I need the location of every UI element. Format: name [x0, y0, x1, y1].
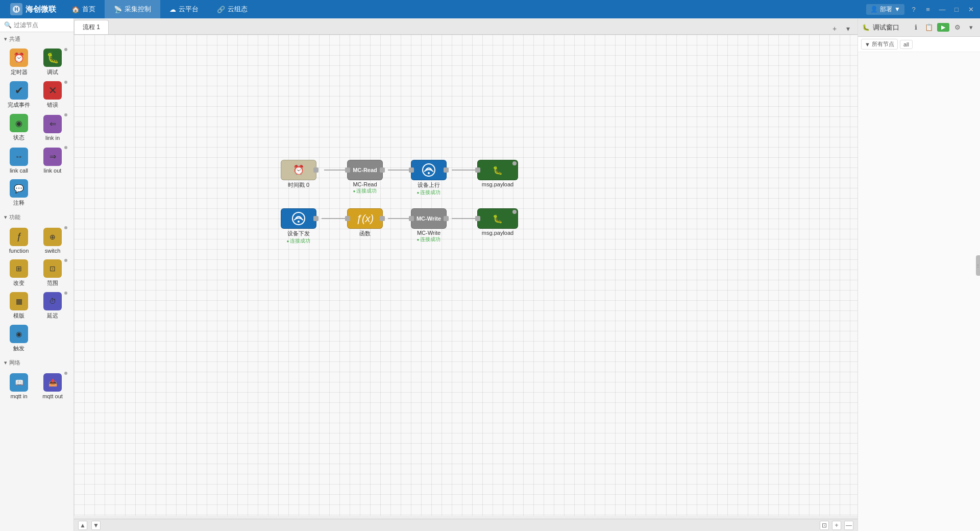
device-down-sublabel: 连接成功 [287, 237, 311, 245]
node-linkin[interactable]: ⇐ link in [37, 112, 68, 143]
svg-text:H: H [14, 7, 18, 12]
debug-icon: 🐛 [43, 49, 62, 67]
mqttin-label: mqtt in [10, 393, 27, 399]
add-tab-button[interactable]: + [829, 23, 840, 34]
range-icon: ⊡ [43, 259, 62, 278]
port-right [313, 216, 318, 221]
tab-bar: 流程 1 + ▾ [74, 18, 857, 35]
cloud-icon: ☁ [169, 6, 176, 13]
tab-menu-button[interactable]: ▾ [842, 23, 853, 34]
port-right [380, 216, 385, 221]
app-logo[interactable]: H 海创微联 [4, 0, 62, 18]
chevron-common: ▾ [4, 36, 7, 42]
zoom-in-button[interactable]: + [832, 521, 841, 530]
deploy-button[interactable]: ▶ [937, 23, 949, 32]
switch-label: switch [45, 248, 61, 254]
canvas-grid[interactable]: ⏰ 时间戳 0 MC-Read MC-Read 连接成功 [74, 35, 857, 519]
linkout-label: link out [44, 167, 62, 174]
nav-down-button[interactable]: ▼ [91, 521, 101, 530]
node-payload1[interactable]: 🐛 msg.payload [477, 160, 518, 187]
range-dot [64, 259, 67, 262]
func-label: 函数 [359, 230, 371, 237]
common-nodes: ⏰ 定时器 🐛 调试 ✔ 完成事件 ✕ 错误 ◉ 状态 ⇐ [0, 45, 74, 210]
status-label: 状态 [13, 134, 24, 141]
node-complete[interactable]: ✔ 完成事件 [3, 80, 35, 110]
change-icon: ⊞ [10, 259, 28, 278]
node-trigger[interactable]: ◉ 触发 [3, 323, 35, 354]
node-mcread[interactable]: MC-Read MC-Read 连接成功 [347, 160, 383, 195]
mqttout-dot [64, 372, 67, 375]
node-inject1[interactable]: ⏰ 时间戳 0 [281, 160, 316, 189]
help-button[interactable]: ? [909, 4, 919, 14]
node-mqttout[interactable]: 📤 mqtt out [37, 371, 68, 401]
node-comment[interactable]: 💬 注释 [3, 178, 35, 208]
copy-button[interactable]: 📋 [924, 22, 934, 33]
linkin-dot [64, 113, 67, 116]
section-func-text: 功能 [9, 213, 20, 221]
chevron-right-icon[interactable]: ▾ [966, 22, 976, 33]
node-linkcall[interactable]: ↔ link call [3, 145, 35, 176]
mcwrite-label: MC-Write [417, 230, 440, 236]
deploy-chevron: ▼ [894, 6, 900, 13]
nav-cloudstate[interactable]: 🔗 云组态 [208, 0, 257, 18]
debug-content [858, 52, 980, 531]
mqttout-icon: 📤 [43, 373, 62, 392]
node-change[interactable]: ⊞ 改变 [3, 258, 35, 288]
node-function[interactable]: ƒ function [3, 225, 35, 256]
node-range[interactable]: ⊡ 范围 [37, 258, 68, 288]
status-icon: ◉ [10, 114, 28, 132]
trigger-label: 触发 [13, 345, 24, 352]
maximize-button[interactable]: □ [951, 4, 962, 14]
nav-collect[interactable]: 📡 采集控制 [105, 0, 160, 18]
node-func[interactable]: ƒ(x) 函数 [347, 208, 383, 237]
node-switch[interactable]: ⊕ switch [37, 225, 68, 256]
filter-label: 所有节点 [872, 40, 894, 48]
menu-button[interactable]: ≡ [923, 4, 933, 14]
node-template[interactable]: ▦ 模版 [3, 291, 35, 321]
switch-icon: ⊕ [43, 228, 62, 246]
debug-dot [64, 48, 67, 51]
template-icon: ▦ [10, 292, 28, 310]
delay-dot [64, 292, 67, 295]
port-right [313, 167, 318, 173]
node-status[interactable]: ◉ 状态 [3, 112, 35, 143]
minimize-button[interactable]: — [937, 4, 947, 14]
node-delay[interactable]: ⏱ 延迟 [37, 291, 68, 321]
search-input[interactable] [14, 21, 69, 29]
node-debug[interactable]: 🐛 调试 [37, 47, 68, 78]
filter-button[interactable]: ▼ 所有节点 [861, 39, 898, 50]
search-icon: 🔍 [4, 21, 12, 29]
delay-label: 延迟 [47, 312, 58, 320]
node-mqttin[interactable]: 📖 mqtt in [3, 371, 35, 401]
info-button[interactable]: ℹ [911, 22, 921, 33]
right-panel-toolbar: ▼ 所有节点 all [858, 37, 980, 52]
right-edge-handle[interactable]: ⋮ [976, 255, 980, 276]
nav-up-button[interactable]: ▲ [78, 521, 87, 530]
zoom-out-button[interactable]: — [844, 521, 853, 530]
trigger-icon: ◉ [10, 325, 28, 343]
nav-items: 🏠 首页 📡 采集控制 ☁ 云平台 🔗 云组态 [62, 0, 866, 18]
node-device-up[interactable]: 设备上行 连接成功 [411, 160, 447, 196]
node-error[interactable]: ✕ 错误 [37, 80, 68, 110]
node-linkout[interactable]: ⇒ link out [37, 145, 68, 176]
all-button[interactable]: all [900, 40, 913, 49]
node-timer[interactable]: ⏰ 定时器 [3, 47, 35, 78]
complete-label: 完成事件 [8, 101, 30, 109]
node-device-down[interactable]: 设备下发 连接成功 [281, 208, 316, 245]
nav-home[interactable]: 🏠 首页 [62, 0, 105, 18]
close-button[interactable]: ✕ [966, 4, 976, 14]
mcread-sublabel: 连接成功 [353, 187, 377, 195]
zoom-fit-button[interactable]: ⊡ [820, 521, 829, 530]
port-right [380, 167, 385, 173]
user-area[interactable]: 👤 部署 ▼ [866, 4, 904, 15]
tab-flow1[interactable]: 流程 1 [74, 20, 109, 34]
node-payload2[interactable]: 🐛 msg.payload [477, 208, 518, 236]
linkin-label: link in [45, 135, 60, 141]
scrollbar-horizontal[interactable] [74, 516, 857, 519]
nav-cloud[interactable]: ☁ 云平台 [160, 0, 208, 18]
debug-window-title: 调试窗口 [873, 23, 908, 32]
logo-icon: H [10, 3, 22, 15]
app-name: 海创微联 [26, 5, 56, 14]
node-mcwrite[interactable]: MC-Write MC-Write 连接成功 [411, 208, 447, 243]
settings-button[interactable]: ⚙ [952, 22, 963, 33]
